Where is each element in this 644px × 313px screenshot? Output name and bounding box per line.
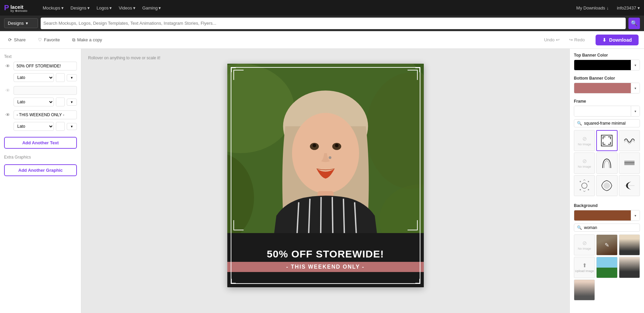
bg-thumb-no-img[interactable]: ⊘ No Image <box>574 234 595 255</box>
copy-icon: ⧉ <box>72 37 75 43</box>
background-color-block[interactable] <box>574 210 631 221</box>
top-banner-color-block[interactable] <box>574 60 631 70</box>
top-banner-color-picker[interactable]: ▾ <box>574 60 640 70</box>
top-banner-color-label: Top Banner Color <box>574 53 640 58</box>
background-color-dropdown[interactable]: ▾ <box>631 210 640 221</box>
bottom-banner-color-picker[interactable]: ▾ <box>574 83 640 93</box>
top-banner-color-dropdown[interactable]: ▾ <box>631 60 640 70</box>
brand-sub: by ⊕envato <box>11 9 27 13</box>
frame-thumb-blob[interactable] <box>596 175 617 196</box>
frame-thumb-no-img-1[interactable]: ⊘ No Image <box>574 130 595 151</box>
text-input-2[interactable] <box>14 86 77 95</box>
font-size-1[interactable]: ▾ <box>67 74 77 81</box>
search-button[interactable]: 🔍 <box>628 18 640 29</box>
nav-gaming[interactable]: Gaming ▾ <box>142 5 161 11</box>
frame-dropdown-arrow[interactable]: ▾ <box>631 106 640 116</box>
bg-thumb-landscape[interactable] <box>596 257 617 278</box>
bottom-banner-color-dropdown[interactable]: ▾ <box>631 83 640 93</box>
font-row-2: Lato ▾ <box>14 98 77 106</box>
chevron-down-icon: ▾ <box>638 5 640 11</box>
font-size-3[interactable]: ▾ <box>67 123 77 130</box>
frame-thumb-gear-dots[interactable] <box>574 175 595 196</box>
toolbar: ⟳ Share ♡ Favorite ⧉ Make a copy Undo ↩ … <box>0 31 644 49</box>
text-color-swatch-1[interactable] <box>56 73 65 82</box>
visibility-toggle-3[interactable]: 👁 <box>4 111 12 119</box>
bg-thumb-upload[interactable]: ⬆ Upload Image <box>574 257 595 278</box>
add-graphic-button[interactable]: Add Another Graphic <box>4 164 77 176</box>
visibility-toggle-1[interactable]: 👁 <box>4 62 12 70</box>
canvas-container[interactable]: 50% OFF STOREWIDE! - THIS WEEKEND ONLY - <box>227 64 424 287</box>
redo-button[interactable]: ↪ Redo <box>566 36 587 44</box>
nav-videos[interactable]: Videos ▾ <box>119 5 136 11</box>
background-label: Background <box>574 203 640 208</box>
text-color-swatch-2[interactable] <box>56 98 65 106</box>
svg-point-11 <box>335 144 338 147</box>
my-downloads-link[interactable]: My Downloads ↓ <box>576 5 609 11</box>
svg-rect-24 <box>610 137 611 139</box>
favorite-button[interactable]: ♡ Favorite <box>35 36 63 44</box>
svg-rect-26 <box>603 142 603 145</box>
download-icon: ⬇ <box>602 37 606 43</box>
user-account[interactable]: info23437 ▾ <box>617 5 640 11</box>
bottom-banner-color-block[interactable] <box>574 83 631 93</box>
text-input-1[interactable] <box>14 62 77 70</box>
search-input-wrap <box>41 18 626 29</box>
font-select-1[interactable]: Lato <box>14 73 54 82</box>
text-field-row-1: 👁 <box>4 62 77 70</box>
bg-grid: ⊘ No Image ✎ ⬆ Upload Ima <box>574 234 640 300</box>
font-select-3[interactable]: Lato <box>14 122 54 131</box>
frame-thumb-no-img-2[interactable]: ⊘ No Image <box>574 152 595 173</box>
frame-corner-tr <box>408 70 418 80</box>
font-size-2[interactable]: ▾ <box>67 99 77 106</box>
canvas-main-text: 50% OFF STOREWIDE! <box>267 248 384 260</box>
text-input-3[interactable] <box>14 110 77 119</box>
bg-thumb-woman3[interactable] <box>619 257 640 278</box>
share-icon: ⟳ <box>8 37 12 42</box>
bg-thumb-woman1[interactable]: ✎ <box>596 234 617 255</box>
frame-scroll: ⊘ No Image <box>574 130 640 198</box>
nav-mockups[interactable]: Mockups ▾ <box>43 5 64 11</box>
bg-thumb-woman2[interactable] <box>619 234 640 255</box>
svg-point-34 <box>588 181 589 182</box>
frame-search-input[interactable] <box>584 121 637 126</box>
font-select-2[interactable]: Lato <box>14 98 54 106</box>
bg-search-wrap: 🔍 <box>574 224 640 232</box>
search-category-dropdown[interactable]: Designs ▾ <box>4 18 38 28</box>
frame-dropdown-row[interactable]: ▾ <box>574 106 640 117</box>
frame-section: Frame ▾ 🔍 ⊘ No Image <box>574 99 640 198</box>
canvas-area[interactable]: Rollover on anything to move or scale it… <box>81 49 569 313</box>
frame-thumb-lines[interactable] <box>619 152 640 173</box>
frame-thumb-crescent[interactable] <box>619 175 640 196</box>
frame-thumb-square[interactable] <box>596 130 617 151</box>
frame-thumb-wavy[interactable] <box>619 130 640 151</box>
add-text-button[interactable]: Add Another Text <box>4 137 77 149</box>
search-input[interactable] <box>43 21 623 26</box>
frame-corner-bl <box>233 220 244 230</box>
bg-thumb-woman4[interactable] <box>574 279 595 300</box>
make-copy-button[interactable]: ⧉ Make a copy <box>69 36 105 44</box>
redo-icon: ↪ <box>569 37 573 42</box>
brand-logo[interactable]: P laceit by ⊕envato <box>4 3 35 13</box>
nav-designs[interactable]: Designs ▾ <box>70 5 90 11</box>
toolbar-center: Undo ↩ ↪ Redo <box>541 36 587 44</box>
svg-point-36 <box>588 189 589 190</box>
chevron-down-icon: ▾ <box>159 5 161 11</box>
download-button[interactable]: ⬇ Download <box>596 35 639 45</box>
search-bar: Designs ▾ 🔍 <box>0 16 644 31</box>
background-color-picker[interactable]: ▾ <box>574 210 640 221</box>
bottom-banner-color-label: Bottom Banner Color <box>574 76 640 81</box>
background-section: Background ▾ 🔍 ⊘ No Image <box>574 203 640 300</box>
nav-logos[interactable]: Logos ▾ <box>97 5 112 11</box>
undo-icon: ↩ <box>556 37 560 42</box>
undo-button[interactable]: Undo ↩ <box>541 36 562 44</box>
share-button[interactable]: ⟳ Share <box>5 36 28 44</box>
frame-thumb-arch[interactable] <box>596 152 617 173</box>
canvas-bottom-banner: 50% OFF STOREWIDE! - THIS WEEKEND ONLY - <box>227 233 424 287</box>
visibility-toggle-2[interactable]: 👁 <box>4 87 12 94</box>
bg-search-input[interactable] <box>584 225 637 230</box>
svg-rect-22 <box>603 137 603 139</box>
svg-point-32 <box>582 183 587 188</box>
chevron-down-icon: ▾ <box>109 5 112 11</box>
text-color-swatch-3[interactable] <box>56 122 65 131</box>
frame-label: Frame <box>574 99 640 104</box>
